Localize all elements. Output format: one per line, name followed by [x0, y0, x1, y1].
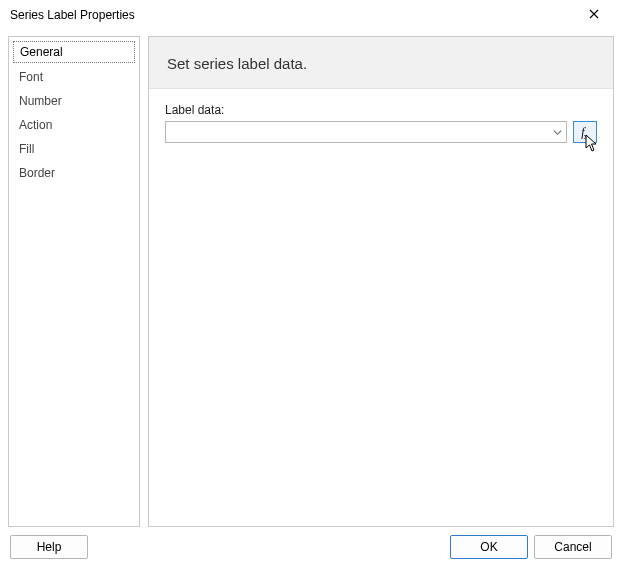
sidebar-item-label: Number: [19, 94, 62, 108]
window-title: Series Label Properties: [10, 8, 574, 22]
sidebar-item-number[interactable]: Number: [9, 89, 139, 113]
pane-heading: Set series label data.: [149, 37, 613, 89]
dialog-footer: Help OK Cancel: [0, 531, 622, 571]
sidebar-item-font[interactable]: Font: [9, 65, 139, 89]
close-button[interactable]: [574, 1, 614, 29]
cancel-button[interactable]: Cancel: [534, 535, 612, 559]
button-label: Cancel: [554, 540, 591, 554]
sidebar-item-label: Font: [19, 70, 43, 84]
pane-body: Label data: fx: [149, 89, 613, 157]
button-label: Help: [37, 540, 62, 554]
category-sidebar: General Font Number Action Fill Border: [8, 36, 140, 527]
label-data-row: fx: [165, 121, 597, 143]
button-label: OK: [480, 540, 497, 554]
title-bar: Series Label Properties: [0, 0, 622, 30]
sidebar-item-fill[interactable]: Fill: [9, 137, 139, 161]
sidebar-item-label: Action: [19, 118, 52, 132]
help-button[interactable]: Help: [10, 535, 88, 559]
ok-button[interactable]: OK: [450, 535, 528, 559]
expression-button[interactable]: fx: [573, 121, 597, 143]
sidebar-item-label: Border: [19, 166, 55, 180]
sidebar-item-general[interactable]: General: [13, 41, 135, 63]
sidebar-item-label: General: [20, 45, 63, 59]
sidebar-item-border[interactable]: Border: [9, 161, 139, 185]
label-data-combobox[interactable]: [165, 121, 567, 143]
sidebar-item-action[interactable]: Action: [9, 113, 139, 137]
dialog-body: General Font Number Action Fill Border S…: [0, 30, 622, 531]
fx-icon: fx: [581, 125, 588, 140]
content-pane: Set series label data. Label data: fx: [148, 36, 614, 527]
label-data-caption: Label data:: [165, 103, 597, 117]
dialog-window: Series Label Properties General Font Num…: [0, 0, 622, 571]
chevron-down-icon: [548, 122, 566, 142]
close-icon: [589, 8, 599, 22]
sidebar-item-label: Fill: [19, 142, 34, 156]
